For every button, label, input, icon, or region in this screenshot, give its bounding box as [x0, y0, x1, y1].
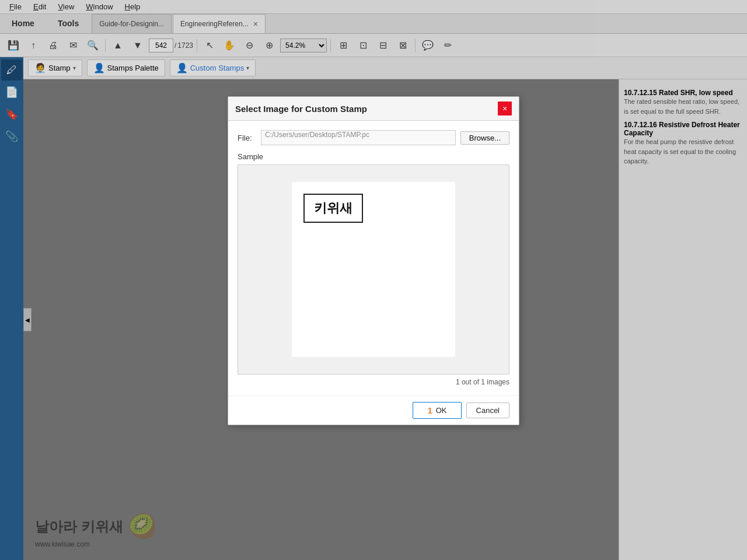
- browse-button[interactable]: Browse...: [460, 131, 509, 145]
- file-row: File: C:/Users/user/Desktop/STAMP.pc Bro…: [238, 130, 509, 145]
- sample-preview-area: 키위새: [238, 164, 509, 374]
- dialog-footer: 1 OK Cancel: [228, 396, 519, 425]
- image-count: 1 out of 1 images: [238, 378, 509, 386]
- ok-button[interactable]: 1 OK: [413, 402, 461, 419]
- stamp-preview: 키위새: [303, 194, 363, 223]
- dialog-overlay: Select Image for Custom Stamp × File: C:…: [0, 0, 747, 560]
- select-image-dialog: Select Image for Custom Stamp × File: C:…: [228, 96, 519, 425]
- cancel-button[interactable]: Cancel: [466, 402, 509, 418]
- sample-label: Sample: [238, 152, 509, 161]
- file-label: File:: [238, 134, 256, 142]
- dialog-title: Select Image for Custom Stamp: [235, 104, 367, 114]
- ok-page-indicator: 1: [427, 405, 432, 415]
- ok-label: OK: [436, 406, 447, 415]
- dialog-close-button[interactable]: ×: [498, 102, 512, 116]
- dialog-body: File: C:/Users/user/Desktop/STAMP.pc Bro…: [228, 121, 519, 396]
- file-path-display: C:/Users/user/Desktop/STAMP.pc: [261, 130, 456, 145]
- sample-inner: 키위새: [292, 182, 455, 357]
- dialog-titlebar: Select Image for Custom Stamp ×: [228, 97, 519, 121]
